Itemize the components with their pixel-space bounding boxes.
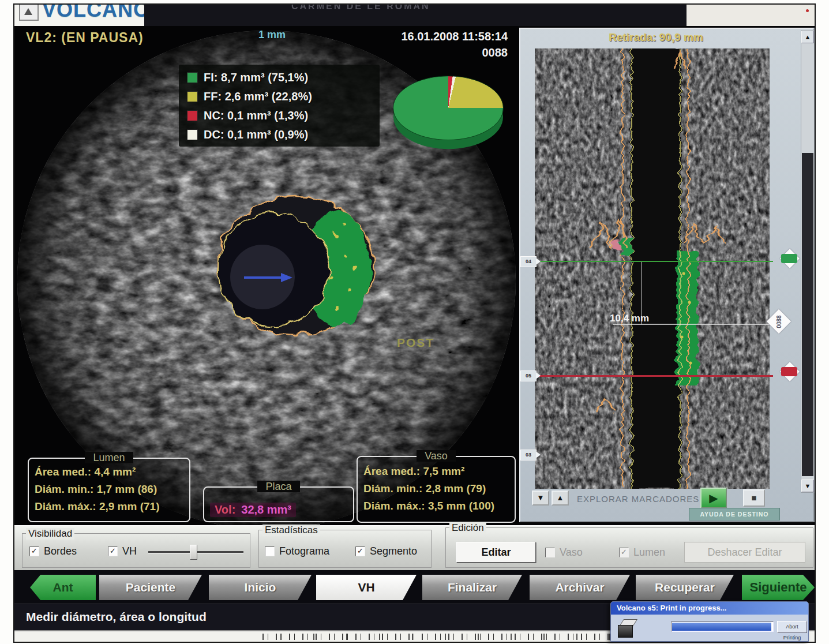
control-bar: Visibilidad ✓ Bordes ✓ VH Estadísticas F… bbox=[14, 525, 815, 570]
print-progress-bar bbox=[671, 621, 774, 632]
editar-button[interactable]: Editar bbox=[456, 542, 536, 563]
bookmark-marker[interactable]: 04 bbox=[520, 256, 537, 267]
vh-label: VH bbox=[122, 545, 137, 557]
scroll-up-icon[interactable]: ▲ bbox=[801, 31, 814, 43]
legend-nc: NC: 0,1 mm³ (1,3%) bbox=[204, 109, 308, 122]
nc-swatch-icon bbox=[187, 110, 198, 121]
placa-vol-label: Vol: bbox=[215, 503, 235, 516]
loop-status-label: VL2: (EN PAUSA) bbox=[26, 30, 144, 46]
longitudinal-ivus-image[interactable] bbox=[535, 48, 770, 489]
scrollbar-thumb[interactable] bbox=[802, 153, 813, 476]
header-right-area bbox=[687, 5, 815, 26]
placa-vol-value: 32,8 mm³ bbox=[241, 503, 291, 516]
lumen-diam-min: Diám. min.: 1,7 mm (86) bbox=[35, 483, 157, 496]
pullback-title: Retirada: 90,9 mm bbox=[520, 31, 792, 44]
nav-finalizar-button[interactable]: Finalizar bbox=[422, 575, 522, 600]
orientation-label: POST bbox=[397, 336, 434, 350]
nav-vh-button[interactable]: VH bbox=[316, 575, 417, 600]
volcano-logo-text: VOLCANO bbox=[42, 5, 144, 22]
vaso-box-title: Vaso bbox=[417, 450, 456, 462]
abort-printing-button[interactable]: Abort Printing bbox=[777, 621, 807, 633]
status-message: Medir diámetro, área o longitud bbox=[26, 610, 207, 624]
deshacer-editar-button[interactable]: Deshacer Editar bbox=[684, 542, 805, 563]
proximal-marker-handle[interactable] bbox=[780, 359, 800, 384]
bookmark-marker[interactable]: 03 bbox=[520, 450, 537, 460]
target-help-button[interactable]: AYUDA DE DESTINO bbox=[689, 508, 780, 521]
distal-marker-line[interactable] bbox=[522, 261, 773, 262]
stop-button[interactable]: ■ bbox=[743, 489, 765, 507]
explore-markers-label: EXPLORAR MARCADORES bbox=[577, 494, 699, 504]
distal-marker-icon bbox=[781, 254, 797, 263]
nav-archivar-button[interactable]: Archivar bbox=[530, 575, 630, 600]
bookmark-marker[interactable]: 05 bbox=[520, 370, 537, 381]
vaso-label: Vaso bbox=[560, 546, 583, 559]
proximal-marker-line[interactable] bbox=[522, 375, 773, 377]
marker-next-button[interactable]: ▲ bbox=[552, 491, 569, 506]
lumen-label: Lumen bbox=[633, 546, 665, 559]
patient-name: CARMEN DE LE ROMAN bbox=[291, 5, 430, 12]
segmento-label: Segmento bbox=[370, 545, 417, 557]
nav-ant-button[interactable]: Ant bbox=[30, 575, 96, 600]
legend-dc: DC: 0,1 mm³ (0,9%) bbox=[204, 128, 308, 141]
nav-bar: Ant Paciente Inicio VH Finalizar Archiva… bbox=[14, 570, 815, 604]
vaso-checkbox[interactable] bbox=[545, 548, 555, 557]
print-dialog: Volcano s5: Print in progress... Abort P… bbox=[610, 601, 809, 642]
legend-ff: FF: 2,6 mm³ (22,8%) bbox=[204, 90, 312, 103]
current-frame-marker[interactable]: 0088 bbox=[767, 305, 790, 338]
frame-number: 0088 bbox=[335, 46, 508, 59]
scale-label: 1 mm bbox=[258, 29, 286, 41]
estadisticas-title: Estadísticas bbox=[262, 525, 320, 536]
vaso-diam-max: Diám. máx.: 3,5 mm (100) bbox=[363, 500, 494, 512]
vh-pie-chart bbox=[393, 76, 503, 151]
datetime-label: 16.01.2008 11:58:14 bbox=[335, 30, 508, 43]
segmento-checkbox[interactable]: ✓ bbox=[355, 546, 365, 556]
marker-prev-button[interactable]: ▼ bbox=[532, 491, 549, 506]
vh-pie bbox=[393, 76, 503, 140]
proximal-marker-icon bbox=[781, 367, 797, 376]
visibilidad-title: Visibilidad bbox=[26, 528, 74, 540]
nav-inicio-button[interactable]: Inicio bbox=[209, 575, 312, 600]
current-frame-number: 0088 bbox=[776, 312, 782, 332]
printer-icon bbox=[617, 618, 637, 639]
volcano-ivus-screen: VOLCANO CARMEN DE LE ROMAN bbox=[0, 0, 829, 644]
lumen-stats-box: Lumen Área med.: 4,4 mm² Diám. min.: 1,7… bbox=[28, 458, 190, 522]
estadisticas-group: Estadísticas Fotograma ✓ Segmento bbox=[258, 530, 432, 568]
header-logo-area: VOLCANO bbox=[14, 5, 144, 26]
print-dialog-title: Volcano s5: Print in progress... bbox=[611, 602, 808, 615]
scroll-down-icon[interactable]: ▼ bbox=[801, 480, 814, 492]
bordes-label: Bordes bbox=[44, 545, 77, 557]
fotograma-checkbox[interactable] bbox=[265, 546, 275, 556]
fi-swatch-icon bbox=[187, 72, 198, 83]
header-patient-bar: CARMEN DE LE ROMAN bbox=[144, 5, 687, 26]
placa-box-title: Placa bbox=[257, 481, 299, 492]
vh-legend: FI: 8,7 mm³ (75,1%) FF: 2,6 mm³ (22,8%) … bbox=[179, 65, 380, 147]
volcano-logo-icon bbox=[19, 5, 39, 21]
measurement-value: 10,4 mm bbox=[610, 313, 649, 324]
nav-recuperar-button[interactable]: Recuperar bbox=[636, 575, 734, 600]
edicion-title: Edición bbox=[449, 522, 486, 534]
placa-stats-box: Placa Vol:32,8 mm³ bbox=[203, 486, 354, 522]
visibilidad-group: Visibilidad ✓ Bordes ✓ VH bbox=[22, 533, 250, 568]
ff-swatch-icon bbox=[187, 91, 198, 102]
distal-marker-handle[interactable] bbox=[780, 246, 800, 271]
print-progress-fill bbox=[672, 623, 771, 631]
vaso-stats-box: Vaso Área med.: 7,5 mm² Diám. min.: 2,8 … bbox=[357, 456, 516, 523]
vh-checkbox[interactable]: ✓ bbox=[108, 546, 118, 556]
lumen-diam-max: Diám. máx.: 2,9 mm (71) bbox=[35, 500, 159, 513]
nav-paciente-button[interactable]: Paciente bbox=[99, 575, 202, 600]
legend-fi: FI: 8,7 mm³ (75,1%) bbox=[204, 71, 308, 84]
dc-swatch-icon bbox=[187, 129, 198, 140]
lumen-checkbox[interactable]: ✓ bbox=[619, 548, 629, 557]
lumen-box-title: Lumen bbox=[85, 452, 133, 463]
vh-opacity-slider[interactable] bbox=[148, 551, 243, 553]
play-button[interactable]: ▶ bbox=[700, 488, 727, 508]
fotograma-label: Fotograma bbox=[279, 545, 329, 557]
edicion-group: Edición Editar Vaso ✓ Lumen Deshacer Edi… bbox=[445, 527, 813, 568]
pullback-scrollbar[interactable]: ▲ ▼ bbox=[801, 30, 815, 493]
vaso-area: Área med.: 7,5 mm² bbox=[363, 465, 464, 478]
bordes-checkbox[interactable]: ✓ bbox=[29, 546, 39, 556]
slider-thumb[interactable] bbox=[190, 545, 197, 560]
record-dot-icon bbox=[806, 9, 809, 12]
vaso-diam-min: Diám. min.: 2,8 mm (79) bbox=[363, 482, 486, 495]
nav-siguiente-button[interactable]: Siguiente bbox=[742, 575, 815, 600]
